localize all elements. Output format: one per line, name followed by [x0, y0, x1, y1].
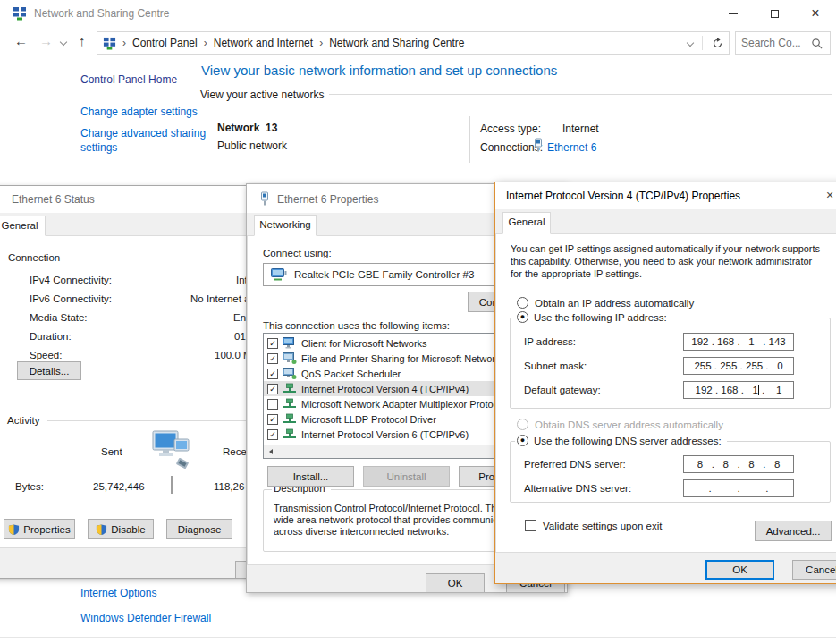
ipv4-close-icon[interactable]: × [826, 188, 833, 202]
scroll-left-arrow-icon[interactable] [264, 445, 278, 459]
page-title: View your basic network information and … [201, 63, 557, 78]
network-location-icon [103, 37, 116, 50]
protocol-icon [283, 428, 297, 440]
list-item-label: Client for Microsoft Networks [301, 338, 427, 349]
sidebar-item-change-adapter-settings[interactable]: Change adapter settings [80, 106, 198, 118]
ipv4-cancel-button[interactable]: Cancel [792, 560, 836, 580]
radio-obtain-ip[interactable] [517, 297, 528, 309]
default-gateway-label: Default gateway: [524, 385, 601, 395]
checkbox[interactable]: ✓ [267, 353, 278, 364]
default-gateway-field[interactable]: 192 . 168 . 1 . 1 [683, 381, 794, 399]
connection-items-label: This connection uses the following items… [263, 320, 450, 331]
ipv4-dialog-titlebar[interactable]: Internet Protocol Version 4 (TCP/IPv4) P… [495, 182, 836, 209]
shield-icon [8, 523, 20, 536]
radio-obtain-ip-label[interactable]: Obtain an IP address automatically [535, 298, 694, 309]
up-icon[interactable]: ↑ [79, 33, 86, 48]
minimize-icon [729, 13, 738, 14]
alternative-dns-field[interactable]: . . . [683, 479, 794, 497]
search-box[interactable] [735, 31, 831, 55]
network-sharing-centre-window: Network and Sharing Centre × ← → ↑ › Con… [0, 0, 836, 644]
radio-use-ip-label[interactable]: Use the following IP address: [534, 312, 667, 323]
tab-general-status[interactable]: General [0, 216, 46, 236]
address-bar-divider [702, 36, 703, 50]
radio-use-dns[interactable]: ● Use the following DNS server addresses… [515, 435, 727, 446]
back-icon[interactable]: ← [14, 33, 28, 48]
ipv6-connectivity-label: IPv6 Connectivity: [30, 293, 112, 304]
preferred-dns-label: Preferred DNS server: [524, 459, 626, 470]
list-item-label: File and Printer Sharing for Microsoft N… [301, 353, 505, 364]
radio-use-ip[interactable]: ● Use the following IP address: [515, 311, 672, 323]
tab-networking[interactable]: Networking [254, 215, 317, 236]
maximize-icon [771, 10, 779, 18]
props-ok-button[interactable]: OK [426, 573, 485, 593]
forward-icon[interactable]: → [39, 33, 53, 48]
activity-group-label: Activity [7, 415, 39, 426]
checkbox[interactable]: ✓ [267, 429, 278, 440]
duration-value: 01 [234, 331, 246, 342]
intro-line-3: for the appropriate IP settings. [511, 268, 642, 279]
ipv4-ok-button[interactable]: OK [705, 560, 774, 580]
validate-checkbox-label[interactable]: Validate settings upon exit [543, 521, 662, 531]
ethernet-plug-icon [259, 191, 270, 207]
sidebar-item-change-advanced-sharing[interactable]: Change advanced sharing settings [80, 126, 215, 155]
checkbox[interactable]: ✓ [267, 414, 278, 425]
list-item-label: Microsoft Network Adapter Multiplexor Pr… [301, 399, 506, 410]
details-button[interactable]: Details... [17, 361, 81, 380]
media-state-label: Media State: [30, 312, 88, 323]
radio-obtain-dns[interactable] [517, 419, 528, 430]
ip-address-field[interactable]: 192 . 168 . 1 . 143 [683, 333, 794, 351]
validate-checkbox[interactable] [525, 520, 536, 531]
search-input[interactable] [741, 37, 807, 49]
checkbox[interactable]: ✓ [267, 369, 278, 379]
address-dropdown-chevron-icon[interactable] [687, 39, 694, 47]
install-button[interactable]: Install... [267, 466, 354, 487]
sidebar-item-control-panel-home[interactable]: Control Panel Home [80, 73, 177, 86]
bytes-label: Bytes: [15, 481, 44, 492]
breadcrumb-control-panel[interactable]: Control Panel [132, 37, 198, 49]
radio-obtain-dns-label[interactable]: Obtain DNS server address automatically [535, 419, 723, 430]
sidebar-item-windows-defender-firewall[interactable]: Windows Defender Firewall [80, 612, 211, 624]
list-item-label: QoS Packet Scheduler [301, 369, 401, 379]
breadcrumb-network-internet[interactable]: Network and Internet [214, 37, 313, 49]
diagnose-button[interactable]: Diagnose [166, 519, 232, 539]
qos-scheduler-icon [283, 368, 297, 379]
intro-line-2: this capability. Otherwise, you need to … [511, 256, 812, 267]
refresh-icon[interactable] [712, 38, 723, 49]
list-item-label: Internet Protocol Version 4 (TCP/IPv4) [301, 384, 469, 394]
address-bar[interactable]: › Control Panel › Network and Internet ›… [97, 31, 730, 55]
sidebar-item-internet-options[interactable]: Internet Options [80, 587, 156, 599]
nav-history-chevron-icon[interactable] [60, 38, 67, 46]
access-type-value: Internet [562, 123, 599, 135]
radio-use-dns-circle[interactable]: ● [517, 435, 528, 446]
content-divider [469, 116, 470, 163]
intro-line-1: You can get IP settings assigned automat… [511, 243, 820, 254]
breadcrumb-network-sharing[interactable]: Network and Sharing Centre [329, 37, 464, 49]
ip-address-label: IP address: [524, 336, 576, 347]
network-activity-icon [149, 429, 192, 474]
advanced-button[interactable]: Advanced... [755, 521, 832, 541]
disable-button[interactable]: Disable [88, 519, 154, 539]
close-button[interactable]: × [795, 0, 836, 27]
section-rule [329, 94, 832, 95]
radio-use-ip-circle[interactable]: ● [517, 311, 528, 323]
checkbox[interactable] [267, 399, 278, 410]
status-properties-button[interactable]: Properties [4, 519, 75, 539]
checkbox[interactable]: ✓ [267, 338, 278, 349]
checkbox[interactable]: ✓ [267, 384, 278, 394]
duration-label: Duration: [30, 331, 72, 342]
minimize-button[interactable] [713, 0, 754, 27]
subnet-mask-label: Subnet mask: [524, 360, 587, 371]
maximize-button[interactable] [754, 0, 795, 27]
tab-general-ipv4[interactable]: General [502, 212, 551, 234]
active-networks-label: View your active networks [200, 89, 325, 101]
preferred-dns-field[interactable]: 8 . 8 . 8 . 8 [683, 455, 794, 473]
uninstall-button[interactable]: Uninstall [363, 466, 450, 487]
bytes-divider [171, 476, 173, 494]
breadcrumb-separator: › [319, 37, 323, 49]
props-dialog-title: Ethernet 6 Properties [277, 193, 378, 206]
list-item-label: Internet Protocol Version 6 (TCP/IPv6) [301, 429, 469, 440]
subnet-mask-field[interactable]: 255 . 255 . 255 . 0 [683, 357, 794, 375]
ethernet-6-link[interactable]: Ethernet 6 [547, 141, 596, 154]
adapter-name: Realtek PCIe GBE Family Controller #3 [294, 269, 474, 280]
radio-use-dns-label[interactable]: Use the following DNS server addresses: [534, 436, 722, 446]
